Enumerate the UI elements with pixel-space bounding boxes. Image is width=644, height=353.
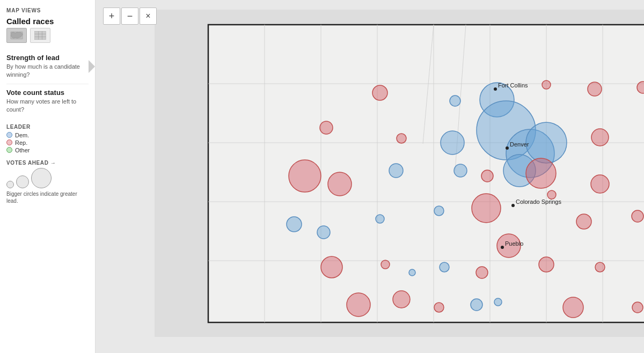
bubble-23 (547, 190, 556, 199)
other-circle-icon (6, 147, 12, 153)
bubble-19 (328, 172, 352, 196)
legend-section: LEADER Dem. Rep. Other (6, 124, 89, 155)
bubble-27 (317, 226, 330, 239)
bubble-1 (450, 95, 460, 106)
colorado-springs-dot (511, 204, 515, 207)
small-circle-icon (6, 181, 14, 188)
us-map-icon (10, 30, 24, 41)
rep-label: Rep. (15, 139, 27, 146)
bubble-14 (526, 158, 556, 188)
medium-circle-icon (16, 175, 29, 188)
state-map-icon (33, 30, 47, 41)
state-map-btn[interactable] (30, 28, 50, 43)
bubble-41 (539, 257, 554, 272)
pueblo-dot (501, 246, 504, 249)
strength-arrow-icon (89, 60, 95, 73)
bubble-49 (494, 298, 502, 306)
bubble-50 (563, 297, 583, 318)
svg-rect-8 (208, 25, 644, 322)
bubble-4 (588, 82, 602, 96)
large-circle-icon (31, 168, 52, 188)
bubble-29 (434, 206, 444, 216)
other-label: Other (15, 147, 30, 153)
rep-circle-icon (6, 139, 12, 145)
bubble-46 (393, 291, 410, 308)
pueblo-label: Pueblo (505, 240, 523, 247)
votes-ahead-section: VOTES AHEAD → Bigger circles indicate gr… (6, 160, 89, 204)
bubble-26 (287, 217, 302, 232)
denver-dot (506, 146, 509, 150)
zoom-out-button[interactable]: − (121, 8, 138, 25)
vote-count-title: Vote count status (6, 89, 89, 97)
vote-count-item[interactable]: Vote count status How many votes are lef… (6, 84, 89, 119)
size-circles (6, 168, 89, 188)
bubble-0 (372, 85, 387, 100)
bubble-22 (481, 170, 493, 182)
colorado-svg: Fort Collins Denver Colorado Springs Pue… (155, 10, 644, 337)
colorado-springs-label: Colorado Springs (516, 198, 561, 205)
bubble-37 (381, 260, 390, 269)
bubble-36 (321, 256, 342, 278)
map-area[interactable]: + − × (96, 0, 644, 353)
bubble-9 (441, 131, 464, 155)
map-controls: + − × (103, 8, 157, 25)
close-button[interactable]: × (140, 8, 157, 25)
legend-dem: Dem. (6, 132, 89, 138)
svg-rect-1 (35, 31, 46, 40)
vote-count-desc: How many votes are left to count? (6, 98, 89, 114)
bubble-51 (632, 302, 643, 313)
dem-label: Dem. (15, 132, 29, 138)
bubble-30 (472, 194, 501, 223)
bubble-47 (434, 303, 444, 312)
strength-of-lead-item[interactable]: Strength of lead By how much is a candid… (6, 49, 89, 84)
sidebar: MAP VIEWS Called races Strength of lead … (0, 0, 96, 353)
strength-of-lead-desc: By how much is a candidate winning? (6, 63, 89, 79)
bubble-15 (591, 129, 609, 146)
bubble-18 (289, 160, 321, 192)
bubble-8 (397, 134, 406, 143)
bubble-38 (409, 269, 415, 276)
bubble-45 (347, 293, 370, 317)
fort-collins-label: Fort Collins (498, 82, 528, 89)
legend-other: Other (6, 147, 89, 153)
votes-ahead-label: VOTES AHEAD → (6, 160, 89, 166)
fort-collins-dot (494, 87, 497, 91)
bubble-24 (591, 175, 609, 193)
bubble-28 (376, 215, 384, 223)
called-races-title: Called races (6, 17, 89, 26)
bubble-48 (471, 299, 482, 311)
bubble-20 (389, 164, 403, 178)
legend-label: LEADER (6, 124, 89, 130)
us-map-btn[interactable] (6, 28, 27, 43)
dem-circle-icon (6, 132, 12, 138)
strength-of-lead-title: Strength of lead (6, 54, 89, 62)
bubble-39 (440, 262, 449, 272)
votes-ahead-desc: Bigger circles indicate greater lead. (6, 190, 89, 204)
map-view-options (6, 28, 89, 43)
bubble-12 (526, 122, 567, 163)
bubble-40 (476, 267, 488, 278)
zoom-in-button[interactable]: + (103, 8, 120, 25)
legend-rep: Rep. (6, 139, 89, 146)
bubble-42 (595, 262, 605, 272)
bubble-3 (542, 80, 551, 89)
denver-label: Denver (510, 141, 529, 148)
map-views-label: MAP VIEWS (6, 8, 89, 13)
bubble-32 (576, 214, 591, 229)
bubble-21 (454, 164, 467, 177)
bubble-33 (632, 210, 643, 222)
bubble-7 (320, 121, 333, 134)
